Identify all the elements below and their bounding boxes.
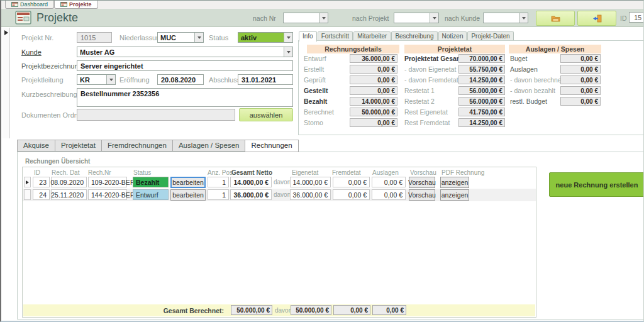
rech-dat-cell[interactable]: 08.09.2020 — [51, 177, 87, 187]
id-cell[interactable]: 24 — [33, 189, 50, 200]
status-cell[interactable]: Bezahlt — [133, 177, 169, 187]
kunde-value: Muster AG — [77, 47, 284, 57]
filter-nr-combo[interactable] — [283, 13, 328, 23]
tab-projektetat[interactable]: Projektetat — [55, 140, 101, 152]
vorschau-button[interactable]: Vorschau — [409, 189, 435, 201]
row-selector[interactable] — [24, 177, 31, 187]
record-selector[interactable] — [3, 28, 10, 138]
kunde-combo[interactable]: Muster AG — [77, 47, 293, 57]
davon-label: davon — [274, 191, 291, 198]
col-rech-dat: Rech. Dat — [52, 169, 79, 176]
gesamt-netto-cell[interactable]: 14.000,00 € — [230, 177, 272, 187]
filter-nr-label: nach Nr — [253, 14, 276, 22]
tab-dashboard[interactable]: Dashboard — [5, 1, 54, 9]
chevron-down-icon[interactable] — [284, 47, 292, 57]
tab-info[interactable]: Info — [299, 31, 317, 42]
gesamt-berechnet-value: 50.000,00 € — [231, 305, 272, 315]
tab-auslagen-spesen[interactable]: Auslagen / Spesen — [172, 140, 245, 152]
projektleitung-combo[interactable]: KR — [77, 74, 116, 85]
col-gesamt-netto: Gesamt Netto — [231, 169, 272, 176]
id-cell[interactable]: 23 — [33, 177, 50, 187]
projekte-form-icon — [15, 11, 31, 25]
entwurf-label: Entwurf — [304, 55, 326, 62]
niederlassung-value: MUC — [158, 33, 194, 42]
tab-projekte[interactable]: Projekte — [54, 1, 98, 9]
tab-beschreibung[interactable]: Beschreibung — [391, 31, 437, 41]
rech-nr-cell[interactable]: 144-2020-BER — [88, 189, 127, 200]
chevron-down-icon[interactable] — [194, 33, 203, 42]
abschluss-field[interactable]: 31.01.2021 — [238, 74, 293, 85]
chevron-down-icon[interactable] — [319, 13, 328, 23]
auslagen-spesen-header: Auslagen / Spesen — [509, 45, 601, 53]
rechnungen-subform: Rechungen Übersicht ID Rech. Dat Rech.Nr… — [17, 152, 644, 319]
current-record-arrow-icon — [26, 180, 29, 184]
tab-rechnungen[interactable]: Rechnungen — [245, 140, 298, 152]
bearbeiten-button[interactable]: bearbeiten — [170, 189, 206, 201]
filter-projekt-combo[interactable] — [394, 13, 439, 23]
tab-fremdrechnungen[interactable]: Fremdrechnungen — [101, 140, 172, 152]
tab-dashboard-label: Dashboard — [20, 1, 48, 8]
davon-berechnet-label: - davon berechnet — [510, 76, 564, 84]
eroeffnung-field[interactable]: 20.08.2020 — [157, 74, 204, 85]
row-selector[interactable] — [24, 189, 31, 200]
restetat1-value: 56.000,00 € — [458, 86, 505, 95]
chevron-down-icon[interactable] — [106, 75, 115, 84]
col-vorschau: Vorschau — [410, 169, 436, 176]
anz-pos-cell[interactable]: 1 — [208, 177, 229, 187]
tab-akquise[interactable]: Akquise — [17, 140, 55, 152]
filter-kunde-combo[interactable] — [483, 13, 528, 23]
anzeigen-button[interactable]: anzeigen — [440, 189, 469, 201]
eigenetat-cell[interactable]: 14.000,00 € — [290, 177, 331, 187]
niederlassung-combo[interactable]: MUC — [157, 32, 204, 43]
exit-button[interactable] — [577, 11, 616, 26]
davon-berechnet-value: 0,00 € — [560, 75, 601, 84]
chevron-down-icon[interactable] — [519, 13, 528, 23]
fremdetat-cell[interactable]: 0,00 € — [333, 177, 370, 187]
chevron-down-icon[interactable] — [284, 33, 292, 42]
auslagen-cell[interactable]: 0,00 € — [372, 189, 406, 200]
archive-button[interactable] — [536, 11, 575, 26]
kunde-label[interactable]: Kunde — [21, 48, 42, 56]
gestellt-label: Gestellt — [304, 87, 328, 94]
col-id: ID — [34, 169, 40, 176]
auswaehlen-button[interactable]: auswählen — [239, 108, 293, 121]
eigenetat-cell[interactable]: 36.000,00 € — [290, 189, 331, 200]
fremdetat-cell[interactable]: 0,00 € — [333, 189, 370, 200]
tab-notizen[interactable]: Notizen — [438, 31, 467, 41]
auslagen-total: 0,00 € — [372, 305, 406, 315]
col-pdf-rechnung: PDF Rechnung — [441, 169, 484, 176]
gesamt-berechnet-label: Gesamt Berechnet: — [164, 307, 224, 314]
tab-projekt-daten[interactable]: Projekt-Daten — [467, 31, 513, 41]
col-auslagen: Auslagen — [372, 169, 399, 176]
anzeigen-button[interactable]: anzeigen — [440, 177, 469, 188]
status-label: Status — [209, 34, 228, 42]
status-value: aktiv — [238, 33, 284, 42]
projektetat-gesamt-value: 70.000,00 € — [458, 54, 505, 63]
kurzbeschreibung-label: Kurzbeschreibung — [21, 91, 77, 98]
document-tabbar: Dashboard Projekte — [1, 1, 643, 9]
tab-mitarbeiter[interactable]: Mitarbeiter — [353, 31, 391, 41]
chevron-down-icon[interactable] — [430, 13, 438, 23]
buget-label: Buget — [510, 55, 527, 62]
projektbezeichnung-field[interactable]: Server eingerichtet — [77, 60, 293, 71]
table-row: 24 25.11.2020 144-2020-BER Entwurf bearb… — [23, 189, 536, 201]
auslagen-cell[interactable]: 0,00 € — [372, 177, 406, 187]
status-combo[interactable]: aktiv — [238, 32, 293, 43]
anz-pos-cell[interactable]: 1 — [208, 189, 229, 200]
page-title: Projekte — [36, 11, 78, 25]
status-cell[interactable]: Entwurf — [133, 189, 169, 200]
kurzbeschreibung-field[interactable]: Bestellnummer 2352356 — [77, 88, 293, 107]
rech-dat-cell[interactable]: 25.11.2020 — [51, 189, 87, 200]
exit-door-icon — [592, 14, 602, 23]
tab-fortschritt[interactable]: Fortschritt — [318, 31, 353, 41]
neue-rechnung-button[interactable]: neue Rechnung erstellen — [549, 172, 644, 197]
erstellt-label: Erstellt — [304, 65, 324, 73]
gesamt-netto-cell[interactable]: 36.000,00 € — [230, 189, 272, 200]
projekte-window: Dashboard Projekte Projekte nach Nr nach… — [0, 0, 644, 322]
col-fremdetat: Fremdetat — [332, 169, 361, 176]
bearbeiten-button[interactable]: bearbeiten — [170, 177, 206, 188]
vorschau-button[interactable]: Vorschau — [409, 177, 435, 188]
id-label: ID — [620, 14, 627, 22]
rech-nr-cell[interactable]: 109-2020-BER — [88, 177, 127, 187]
col-status: Status — [133, 169, 151, 176]
